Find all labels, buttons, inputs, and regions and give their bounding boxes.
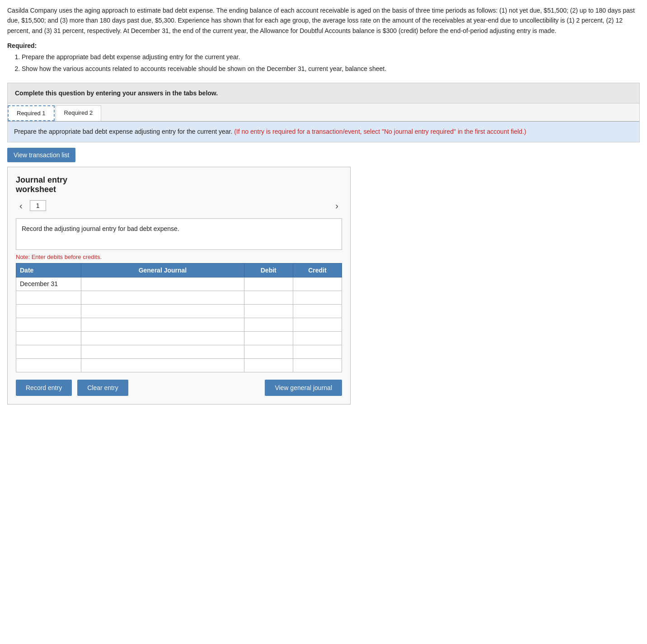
debit-input[interactable] — [248, 334, 289, 342]
col-header-date: Date — [16, 263, 81, 277]
tab-required-1[interactable]: Required 1 — [8, 105, 55, 121]
date-cell — [16, 331, 81, 345]
credit-input[interactable] — [297, 362, 338, 369]
date-cell — [16, 318, 81, 331]
journal-title: Journal entryworksheet — [16, 175, 342, 194]
table-row — [16, 331, 342, 345]
prev-arrow[interactable]: ‹ — [16, 200, 26, 212]
tabs-row: Required 1 Required 2 — [8, 103, 639, 122]
nav-row: ‹ 1 › — [16, 200, 342, 212]
general-journal-cell[interactable] — [81, 331, 244, 345]
credit-input[interactable] — [297, 348, 338, 355]
credit-cell[interactable] — [293, 277, 342, 291]
tab-required-2[interactable]: Required 2 — [56, 105, 102, 121]
general-journal-input[interactable] — [85, 294, 240, 301]
credit-input[interactable] — [297, 307, 338, 315]
general-journal-cell[interactable] — [81, 304, 244, 318]
required-item-1: Prepare the appropriate bad debt expense… — [22, 52, 640, 63]
intro-paragraph: Casilda Company uses the aging approach … — [7, 5, 640, 36]
journal-worksheet: Journal entryworksheet ‹ 1 › Record the … — [7, 167, 351, 404]
general-journal-input[interactable] — [85, 280, 240, 287]
general-journal-cell[interactable] — [81, 358, 244, 372]
table-row — [16, 345, 342, 358]
date-input[interactable] — [20, 294, 77, 301]
date-cell — [16, 358, 81, 372]
date-input[interactable] — [20, 321, 77, 328]
journal-table: Date General Journal Debit Credit Decemb… — [16, 263, 342, 372]
date-input[interactable] — [20, 348, 77, 355]
general-journal-input[interactable] — [85, 307, 240, 315]
general-journal-cell[interactable] — [81, 291, 244, 304]
debit-input[interactable] — [248, 307, 289, 315]
date-input[interactable] — [20, 362, 77, 369]
col-header-credit: Credit — [293, 263, 342, 277]
clear-entry-button[interactable]: Clear entry — [77, 380, 128, 396]
debit-cell[interactable] — [244, 331, 293, 345]
credit-cell[interactable] — [293, 358, 342, 372]
col-header-debit: Debit — [244, 263, 293, 277]
date-cell — [16, 304, 81, 318]
required-header: Required: — [7, 42, 640, 49]
general-journal-input[interactable] — [85, 334, 240, 342]
col-header-general-journal: General Journal — [81, 263, 244, 277]
tabs-container: Required 1 Required 2 Prepare the approp… — [7, 103, 640, 142]
credit-cell[interactable] — [293, 331, 342, 345]
required-item-2: Show how the various accounts related to… — [22, 64, 640, 75]
debit-input[interactable] — [248, 280, 289, 287]
page-number: 1 — [30, 200, 46, 211]
next-arrow[interactable]: › — [332, 200, 342, 212]
record-entry-button[interactable]: Record entry — [16, 380, 72, 396]
buttons-row: Record entry Clear entry View general jo… — [16, 380, 342, 396]
tab-main-text: Prepare the appropriate bad debt expense… — [14, 128, 232, 135]
table-row — [16, 304, 342, 318]
table-row — [16, 291, 342, 304]
debit-cell[interactable] — [244, 304, 293, 318]
description-box: Record the adjusting journal entry for b… — [16, 218, 342, 250]
required-list: Prepare the appropriate bad debt expense… — [22, 52, 640, 75]
complete-box: Complete this question by entering your … — [7, 83, 640, 103]
complete-box-text: Complete this question by entering your … — [15, 89, 218, 97]
credit-input[interactable] — [297, 334, 338, 342]
debit-cell[interactable] — [244, 277, 293, 291]
general-journal-cell[interactable] — [81, 277, 244, 291]
table-row — [16, 318, 342, 331]
date-input[interactable] — [20, 334, 77, 342]
credit-cell[interactable] — [293, 304, 342, 318]
date-cell: December 31 — [16, 277, 81, 291]
note-text: Note: Enter debits before credits. — [16, 254, 342, 260]
view-general-journal-button[interactable]: View general journal — [265, 380, 342, 396]
general-journal-input[interactable] — [85, 321, 240, 328]
tab-content: Prepare the appropriate bad debt expense… — [8, 122, 639, 142]
debit-input[interactable] — [248, 362, 289, 369]
debit-cell[interactable] — [244, 318, 293, 331]
view-transaction-button[interactable]: View transaction list — [7, 148, 75, 162]
table-row — [16, 358, 342, 372]
credit-cell[interactable] — [293, 318, 342, 331]
debit-cell[interactable] — [244, 291, 293, 304]
debit-cell[interactable] — [244, 345, 293, 358]
debit-cell[interactable] — [244, 358, 293, 372]
table-row: December 31 — [16, 277, 342, 291]
date-input[interactable] — [20, 307, 77, 315]
credit-cell[interactable] — [293, 345, 342, 358]
credit-input[interactable] — [297, 280, 338, 287]
description-text: Record the adjusting journal entry for b… — [22, 225, 179, 232]
debit-input[interactable] — [248, 321, 289, 328]
general-journal-input[interactable] — [85, 362, 240, 369]
general-journal-input[interactable] — [85, 348, 240, 355]
credit-input[interactable] — [297, 294, 338, 301]
debit-input[interactable] — [248, 294, 289, 301]
credit-input[interactable] — [297, 321, 338, 328]
general-journal-cell[interactable] — [81, 318, 244, 331]
date-cell — [16, 291, 81, 304]
date-cell — [16, 345, 81, 358]
debit-input[interactable] — [248, 348, 289, 355]
tab-red-text: (If no entry is required for a transacti… — [234, 128, 526, 135]
general-journal-cell[interactable] — [81, 345, 244, 358]
credit-cell[interactable] — [293, 291, 342, 304]
